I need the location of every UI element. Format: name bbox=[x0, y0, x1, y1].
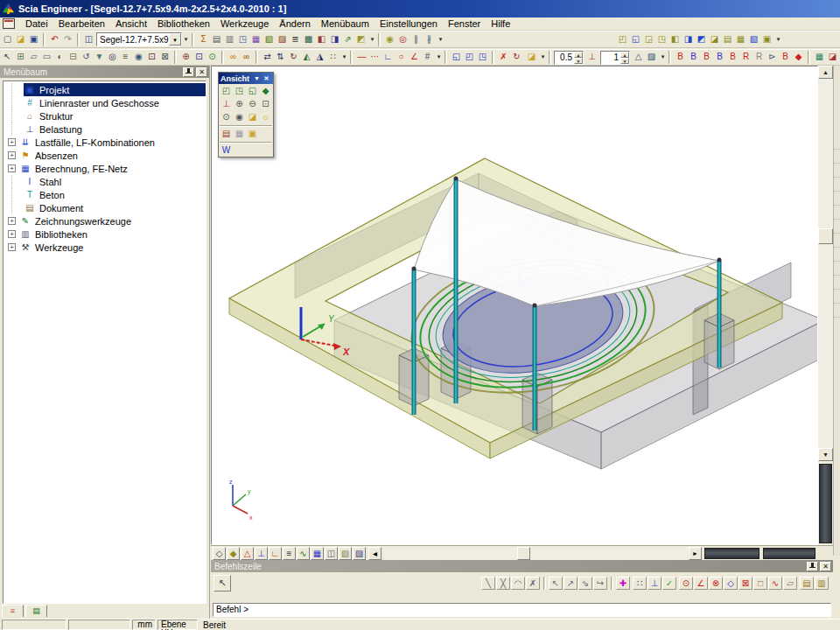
tile-windows-icon[interactable]: ◰ bbox=[463, 51, 476, 64]
delete-last-point-icon[interactable]: ✗ bbox=[526, 577, 540, 590]
link-parts-icon[interactable]: ∞ bbox=[227, 51, 240, 64]
show-labels-toggle-icon[interactable]: ∿ bbox=[297, 547, 310, 560]
chevron-down-icon[interactable]: ▾ bbox=[169, 33, 181, 46]
wireframe-cube-button[interactable]: W bbox=[220, 144, 233, 157]
open-icon[interactable]: ◪ bbox=[14, 33, 27, 46]
steel-check-uls-icon[interactable]: B bbox=[674, 51, 687, 64]
chart-scale-icon[interactable]: ▨ bbox=[645, 51, 658, 64]
hscroll-thumb[interactable] bbox=[517, 547, 530, 560]
render-solid-icon[interactable]: ◆ bbox=[227, 547, 240, 560]
point-down-icon[interactable]: ⇘ bbox=[578, 577, 592, 590]
check-structure-icon[interactable]: ◎ bbox=[396, 33, 410, 46]
deselect-all-icon[interactable]: ⊟ bbox=[66, 51, 80, 64]
viewport-settings-icon[interactable]: ▨ bbox=[353, 547, 366, 560]
steel-connections-icon[interactable]: B bbox=[779, 51, 792, 64]
snap-midpoint-icon[interactable]: ∠ bbox=[694, 577, 708, 590]
group-entities-icon[interactable]: ⊠ bbox=[158, 51, 172, 64]
view-parameters-dropdown[interactable]: ▾ bbox=[774, 33, 782, 46]
close-icon[interactable]: ✕ bbox=[820, 562, 831, 571]
tree-item-projekt[interactable]: ▣Projekt bbox=[4, 83, 206, 96]
rotation-bar-horizontal-2[interactable] bbox=[763, 548, 816, 559]
view-axo-button[interactable]: ◆ bbox=[259, 85, 272, 97]
show-ucs-icon[interactable]: △ bbox=[241, 547, 254, 560]
close-icon[interactable]: ✕ bbox=[196, 67, 207, 77]
menu-item-ändern[interactable]: Ändern bbox=[274, 18, 315, 30]
scroll-up-button[interactable]: ▲ bbox=[818, 66, 833, 79]
modify-tools-dropdown[interactable]: ▾ bbox=[340, 51, 348, 64]
snap-ortho-icon[interactable]: ⊥ bbox=[648, 577, 662, 590]
zoom-window-button[interactable]: ⊡ bbox=[259, 98, 272, 110]
zoom-out-button[interactable]: ⊖ bbox=[246, 98, 259, 110]
light-settings-button[interactable]: ☼ bbox=[259, 111, 272, 123]
regenerate-icon[interactable]: ↻ bbox=[510, 51, 523, 64]
rotation-bar-horizontal-1[interactable] bbox=[704, 548, 760, 559]
show-results-toggle-icon[interactable]: ◫ bbox=[325, 547, 338, 560]
multicopy-icon[interactable]: ∷ bbox=[326, 51, 340, 64]
viewport-hscrollbar[interactable] bbox=[384, 547, 688, 560]
angle-icon[interactable]: ∠ bbox=[408, 51, 421, 64]
scroll-right-button[interactable]: ► bbox=[689, 547, 702, 560]
clean-model-icon[interactable]: ◉ bbox=[383, 33, 396, 46]
snap-orthogonal-point-icon[interactable]: ◇ bbox=[724, 577, 738, 590]
dataset-dropdown[interactable]: ▾ bbox=[539, 51, 547, 64]
3d-viewport[interactable]: Y X z y x Ansicht ▼ ✕ bbox=[211, 66, 818, 545]
project-selector-dropdown[interactable]: ▾ bbox=[182, 33, 190, 46]
show-supports-icon[interactable]: ◩ bbox=[695, 33, 708, 46]
steel-fire-check-icon[interactable]: R bbox=[752, 51, 766, 64]
cursor-tracking-icon[interactable]: ✚ bbox=[616, 577, 630, 590]
select-polygon-icon[interactable]: ▱ bbox=[27, 51, 40, 64]
concrete-design-icon[interactable]: ▦ bbox=[813, 51, 826, 64]
cursor-step-icon[interactable]: ⊙ bbox=[206, 51, 219, 64]
expand-icon[interactable]: + bbox=[8, 217, 16, 225]
load-display-scale[interactable]: 0.5▲▼ bbox=[554, 51, 584, 65]
status-units[interactable]: mm bbox=[132, 620, 156, 630]
zoom-selection-button[interactable]: ◉ bbox=[233, 111, 246, 123]
circle-icon[interactable]: ○ bbox=[395, 51, 408, 64]
model-tools-dropdown[interactable]: ▾ bbox=[437, 33, 444, 46]
auto-scale-icon[interactable]: △ bbox=[632, 51, 645, 64]
calculation-icon[interactable]: Σ bbox=[197, 33, 210, 46]
show-mesh-icon[interactable]: ▦ bbox=[734, 33, 747, 46]
tab-dokument[interactable]: ▤ bbox=[25, 605, 47, 617]
menu-item-bibliotheken[interactable]: Bibliotheken bbox=[152, 18, 215, 30]
redo-icon[interactable]: ↷ bbox=[61, 33, 74, 46]
tree-item-belastung[interactable]: ⊥Belastung bbox=[4, 122, 206, 136]
screenshot-icon[interactable]: ◨ bbox=[328, 33, 341, 46]
result-display-scale[interactable]: 1▲▼ bbox=[600, 51, 630, 65]
cascade-windows-icon[interactable]: ◳ bbox=[476, 51, 489, 64]
menu-item-ansicht[interactable]: Ansicht bbox=[110, 18, 152, 30]
scale-icon[interactable]: ◮ bbox=[313, 51, 326, 64]
menu-item-hilfe[interactable]: Hilfe bbox=[486, 18, 515, 30]
point-up-left-icon[interactable]: ↖ bbox=[549, 577, 563, 590]
line-icon[interactable]: — bbox=[355, 51, 368, 64]
arc-mode-icon[interactable]: ◠ bbox=[511, 577, 525, 590]
new-view-window-icon[interactable]: ◱ bbox=[450, 51, 463, 64]
steel-check-sls-icon[interactable]: B bbox=[687, 51, 700, 64]
snap-arc-center-icon[interactable]: □ bbox=[753, 577, 767, 590]
printer-icon[interactable]: ▤ bbox=[210, 33, 223, 46]
bill-of-material-icon[interactable]: ▩ bbox=[302, 33, 315, 46]
menu-item-datei[interactable]: Datei bbox=[20, 18, 53, 30]
scale-tools-dropdown[interactable]: ▾ bbox=[659, 51, 667, 64]
show-loads-toggle-icon[interactable]: ⊥ bbox=[255, 547, 268, 560]
expand-icon[interactable]: + bbox=[8, 164, 16, 172]
tree-item-lastfälle-lf-kombinationen[interactable]: +⇊Lastfälle, LF-Kombinationen bbox=[4, 136, 206, 149]
align-members-icon[interactable]: ∦ bbox=[423, 33, 436, 46]
spin-down-icon[interactable]: ▼ bbox=[620, 58, 629, 64]
render-mode-button[interactable]: ◪ bbox=[246, 111, 259, 123]
draw-tools-dropdown[interactable]: ▾ bbox=[435, 51, 443, 64]
fast-view-side-icon[interactable]: ◲ bbox=[642, 33, 655, 46]
tree-item-absenzen[interactable]: +⚑Absenzen bbox=[4, 149, 206, 162]
tree-item-struktur[interactable]: ⌂Struktur bbox=[4, 109, 206, 122]
previous-selection-icon[interactable]: ↺ bbox=[80, 51, 93, 64]
steel-relative-deformation-icon[interactable]: R bbox=[739, 51, 752, 64]
spin-down-icon[interactable]: ▼ bbox=[574, 58, 583, 64]
move-icon[interactable]: ⇄ bbox=[261, 51, 274, 64]
cross-mode-icon[interactable]: ╳ bbox=[496, 577, 510, 590]
paperspace-gallery-icon[interactable]: ▧ bbox=[262, 33, 276, 46]
ansicht-palette-header[interactable]: Ansicht ▼ ✕ bbox=[219, 73, 273, 84]
chevron-down-icon[interactable]: ▼ bbox=[252, 75, 262, 81]
snap-grid-point-icon[interactable]: ▱ bbox=[783, 577, 797, 590]
render-model-icon[interactable]: ◨ bbox=[682, 33, 695, 46]
project-manager-icon[interactable]: ◫ bbox=[82, 33, 95, 46]
